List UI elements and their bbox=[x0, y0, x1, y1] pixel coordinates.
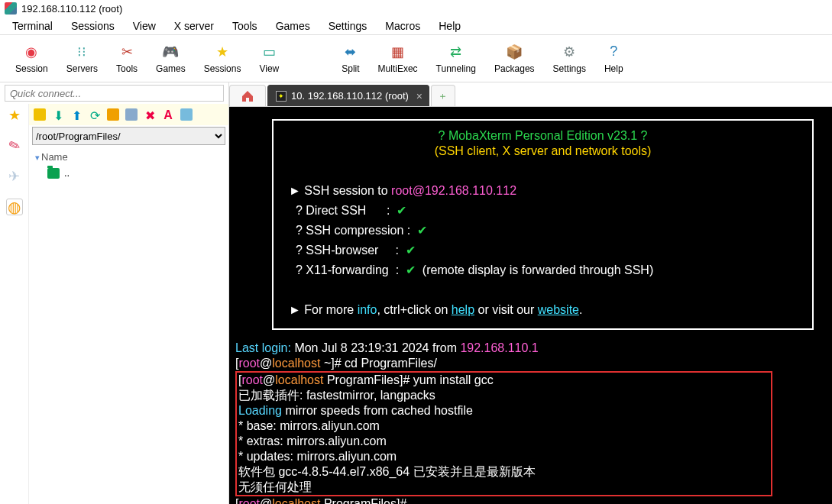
quick-connect-input[interactable] bbox=[5, 85, 224, 102]
help-icon: ? bbox=[605, 44, 622, 60]
tabs-bar: ✦ 10. 192.168.110.112 (root) × ＋ bbox=[229, 82, 832, 107]
refresh-icon[interactable]: ⟳ bbox=[89, 108, 101, 121]
home-icon bbox=[241, 90, 254, 102]
website-link[interactable]: website bbox=[538, 303, 579, 316]
side-rail: ★ ✎ ✈ ◍ bbox=[0, 104, 29, 504]
tunneling-button[interactable]: ⇄Tunneling bbox=[427, 44, 485, 74]
sidebar: ★ ✎ ✈ ◍ ⬇ ⬆ ⟳ ✖ A bbox=[0, 82, 229, 504]
split-icon: ⬌ bbox=[342, 44, 359, 60]
menu-settings[interactable]: Settings bbox=[319, 18, 377, 34]
multiexec-icon: ▦ bbox=[390, 44, 406, 60]
send-icon[interactable]: ✈ bbox=[6, 168, 23, 185]
session-button[interactable]: ◉Session bbox=[6, 44, 57, 74]
highlight-box: [root@localhost ProgramFiles]# yum insta… bbox=[235, 371, 772, 496]
file-list: ▾Name .. bbox=[29, 147, 228, 185]
menu-macros[interactable]: Macros bbox=[376, 18, 429, 34]
sessions-button[interactable]: ★Sessions bbox=[195, 44, 251, 74]
help-link[interactable]: help bbox=[452, 303, 474, 316]
ssh-target: root@192.168.110.112 bbox=[391, 184, 516, 197]
split-button[interactable]: ⬌Split bbox=[332, 44, 368, 74]
view-icon: ▭ bbox=[261, 44, 277, 60]
globe-icon[interactable]: ◍ bbox=[6, 199, 23, 215]
upload-icon[interactable]: ⬆ bbox=[70, 108, 83, 121]
menu-tools[interactable]: Tools bbox=[223, 18, 267, 34]
settings-icon: ⚙ bbox=[561, 44, 578, 60]
folder-up-icon[interactable] bbox=[34, 108, 46, 121]
tab-label: 10. 192.168.110.112 (root) bbox=[291, 90, 409, 102]
banner-title: ? MobaXterm Personal Edition v23.1 ? bbox=[289, 128, 797, 144]
tab-session-active[interactable]: ✦ 10. 192.168.110.112 (root) × bbox=[267, 85, 429, 106]
terminal-view[interactable]: ? MobaXterm Personal Edition v23.1 ? (SS… bbox=[229, 107, 832, 504]
packages-icon: 📦 bbox=[506, 44, 523, 60]
parent-dir-label: .. bbox=[64, 167, 70, 179]
delete-icon[interactable]: ✖ bbox=[144, 108, 156, 121]
games-icon: 🎮 bbox=[162, 44, 179, 60]
new-folder-icon[interactable] bbox=[107, 108, 119, 121]
star-icon[interactable]: ★ bbox=[6, 107, 23, 124]
close-icon[interactable]: × bbox=[416, 90, 422, 102]
terminal-body: Last login: Mon Jul 8 23:19:31 2024 from… bbox=[229, 341, 832, 504]
settings-button[interactable]: ⚙Settings bbox=[544, 44, 595, 74]
tools-button[interactable]: ✂Tools bbox=[107, 44, 147, 74]
menu-bar: TerminalSessionsViewX serverToolsGamesSe… bbox=[0, 17, 832, 35]
servers-button[interactable]: ⁝⁝Servers bbox=[57, 44, 107, 74]
terminal-icon: ✦ bbox=[276, 91, 287, 102]
help-button[interactable]: ?Help bbox=[595, 44, 633, 74]
quick-connect-row bbox=[0, 82, 228, 104]
main-toolbar: ◉Session⁝⁝Servers✂Tools🎮Games★Sessions▭V… bbox=[0, 35, 832, 82]
tab-home[interactable] bbox=[229, 85, 266, 106]
games-button[interactable]: 🎮Games bbox=[147, 44, 195, 74]
title-bar: 192.168.110.112 (root) bbox=[0, 0, 832, 17]
sessions-icon: ★ bbox=[214, 44, 231, 60]
path-select[interactable]: /root/ProgramFiles/ bbox=[32, 127, 225, 145]
wrench-icon[interactable]: ✎ bbox=[3, 135, 24, 157]
edit-icon[interactable]: A bbox=[162, 108, 174, 121]
packages-button[interactable]: 📦Packages bbox=[485, 44, 544, 74]
folder-icon bbox=[47, 168, 60, 179]
copy-icon[interactable] bbox=[125, 108, 138, 121]
menu-terminal[interactable]: Terminal bbox=[3, 18, 62, 34]
window-title: 192.168.110.112 (root) bbox=[21, 3, 122, 15]
file-panel: ⬇ ⬆ ⟳ ✖ A /root/ProgramFiles/ ▾Name bbox=[29, 104, 228, 504]
menu-x-server[interactable]: X server bbox=[165, 18, 223, 34]
servers-icon: ⁝⁝ bbox=[73, 44, 90, 60]
file-list-header: Name bbox=[41, 151, 68, 163]
download-icon[interactable]: ⬇ bbox=[52, 108, 64, 121]
session-icon: ◉ bbox=[23, 44, 40, 60]
tools-icon: ✂ bbox=[118, 44, 135, 60]
multiexec-button[interactable]: ▦MultiExec bbox=[369, 44, 427, 74]
menu-games[interactable]: Games bbox=[267, 18, 319, 34]
banner-subtitle: (SSH client, X server and network tools) bbox=[289, 144, 797, 159]
plus-icon: ＋ bbox=[438, 89, 448, 103]
banner-box: ? MobaXterm Personal Edition v23.1 ? (SS… bbox=[272, 119, 814, 330]
view-button[interactable]: ▭View bbox=[250, 44, 288, 74]
menu-view[interactable]: View bbox=[124, 18, 165, 34]
menu-help[interactable]: Help bbox=[429, 18, 470, 34]
tab-add[interactable]: ＋ bbox=[431, 85, 455, 106]
menu-sessions[interactable]: Sessions bbox=[62, 18, 124, 34]
toggle-icon[interactable] bbox=[180, 108, 193, 121]
app-icon bbox=[5, 2, 17, 15]
list-item[interactable]: .. bbox=[35, 166, 222, 180]
file-toolbar: ⬇ ⬆ ⟳ ✖ A bbox=[29, 104, 228, 125]
tunneling-icon: ⇄ bbox=[448, 44, 465, 60]
